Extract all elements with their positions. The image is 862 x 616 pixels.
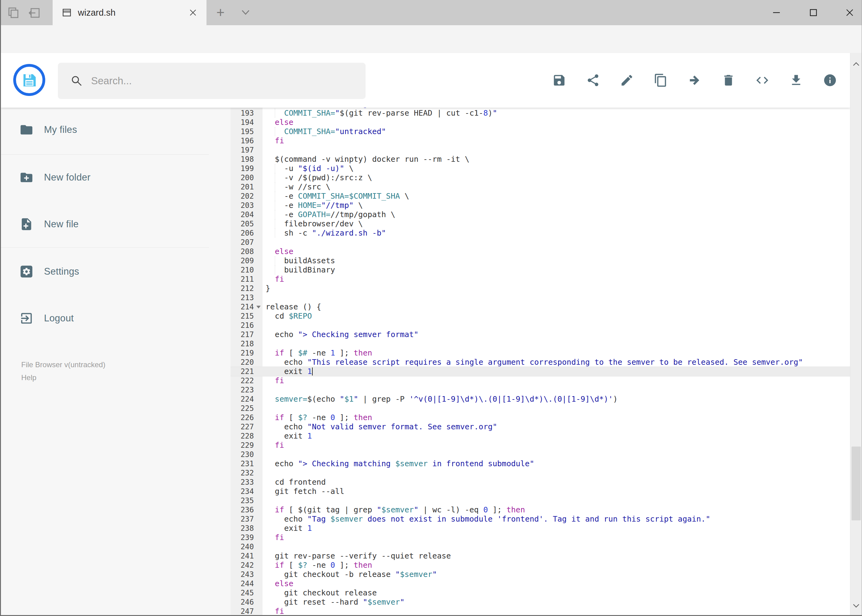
search-bar[interactable] (58, 63, 366, 99)
code-line-217[interactable]: 217 echo "> Checking semver format" (230, 330, 850, 339)
code-line-246[interactable]: 246 git reset --hard "$semver" (230, 597, 850, 607)
code-line-225[interactable]: 225 (230, 404, 850, 413)
code-line-244[interactable]: 244 else (230, 579, 850, 588)
sidebar-item-logout[interactable]: Logout (19, 310, 74, 326)
code-line-221[interactable]: 221 exit 1 (230, 367, 850, 376)
code-line-220[interactable]: 220 echo "This release script requires a… (230, 358, 850, 367)
sidebar-item-label: My files (44, 124, 77, 135)
code-line-247[interactable]: 247 fi (230, 607, 850, 615)
new-tab-button[interactable]: + (216, 4, 225, 20)
code-line-241[interactable]: 241 git rev-parse --verify --quiet relea… (230, 552, 850, 561)
code-view-button[interactable] (755, 73, 769, 87)
code-line-200[interactable]: 200 -v /$(pwd):/src:z \ (230, 173, 850, 182)
code-line-227[interactable]: 227 echo "Not valid semver format. See s… (230, 422, 850, 432)
move-button[interactable] (687, 73, 702, 87)
line-number: 219 (230, 349, 254, 358)
browser-tab[interactable]: wizard.sh (53, 0, 206, 25)
fold-arrow-icon[interactable] (256, 306, 261, 308)
tab-close-icon[interactable] (188, 7, 199, 18)
search-input[interactable] (90, 75, 338, 87)
code-line-197[interactable]: 197 (230, 146, 850, 155)
line-number: 240 (230, 542, 254, 552)
code-line-208[interactable]: 208 else (230, 247, 850, 256)
code-line-205[interactable]: 205 filebrowser/dev \ (230, 219, 850, 228)
code-text: -e COMMIT_SHA=$COMMIT_SHA \ (266, 192, 409, 201)
sidebar-item-new-folder[interactable]: New folder (19, 170, 90, 185)
copy-button[interactable] (654, 73, 668, 87)
code-line-238[interactable]: 238 exit 1 (230, 524, 850, 533)
code-line-198[interactable]: 198 $(command -v winpty) docker run --rm… (230, 155, 850, 164)
code-line-214[interactable]: 214release () { (230, 302, 850, 311)
scrollbar-thumb[interactable] (851, 446, 861, 520)
code-line-237[interactable]: 237 echo "Tag $semver does not exist in … (230, 514, 850, 524)
scroll-down-icon[interactable] (852, 602, 860, 610)
sidebar-divider (1, 247, 209, 248)
window-close-button[interactable] (843, 6, 857, 20)
code-line-211[interactable]: 211 fi (230, 275, 850, 284)
code-line-229[interactable]: 229 fi (230, 441, 850, 450)
code-line-234[interactable]: 234 git fetch --all (230, 487, 850, 496)
rename-button[interactable] (620, 73, 634, 87)
code-line-202[interactable]: 202 -e COMMIT_SHA=$COMMIT_SHA \ (230, 192, 850, 201)
line-number: 229 (230, 441, 254, 450)
code-line-206[interactable]: 206 sh -c "./wizard.sh -b" (230, 228, 850, 238)
code-line-216[interactable]: 216 (230, 321, 850, 330)
code-text: if [ $# -ne 1 ]; then (266, 349, 372, 358)
sidebar-item-my-files[interactable]: My files (19, 122, 77, 138)
page-scrollbar[interactable] (850, 53, 862, 615)
code-line-245[interactable]: 245 git checkout release (230, 588, 850, 597)
line-number: 238 (230, 524, 254, 533)
code-line-210[interactable]: 210 buildBinary (230, 266, 850, 275)
share-file-button[interactable] (586, 73, 600, 87)
window-minimize-button[interactable] (769, 6, 783, 20)
code-line-235[interactable]: 235 (230, 496, 850, 505)
sidebar-item-settings[interactable]: Settings (19, 264, 79, 280)
code-line-236[interactable]: 236 if [ $(git tag | grep "$semver" | wc… (230, 505, 850, 514)
code-line-194[interactable]: 194 else (230, 118, 850, 127)
code-line-201[interactable]: 201 -w //src \ (230, 182, 850, 192)
download-button[interactable] (789, 73, 803, 87)
code-line-213[interactable]: 213 (230, 293, 850, 302)
tab-list-chevron-icon[interactable] (240, 9, 251, 17)
code-line-196[interactable]: 196 fi (230, 136, 850, 146)
code-line-242[interactable]: 242 if [ $? -ne 0 ]; then (230, 561, 850, 570)
help-link[interactable]: Help (21, 373, 36, 382)
code-line-215[interactable]: 215 cd $REPO (230, 311, 850, 321)
code-line-223[interactable]: 223 (230, 385, 850, 394)
code-line-231[interactable]: 231 echo "> Checking matching $semver in… (230, 459, 850, 468)
code-line-228[interactable]: 228 exit 1 (230, 432, 850, 441)
save-button[interactable] (552, 73, 566, 87)
code-line-209[interactable]: 209 buildAssets (230, 256, 850, 266)
filebrowser-logo[interactable] (13, 64, 45, 96)
code-line-230[interactable]: 230 (230, 450, 850, 459)
code-line-232[interactable]: 232 (230, 468, 850, 478)
code-line-243[interactable]: 243 git checkout -b release "$semver" (230, 570, 850, 579)
code-line-239[interactable]: 239 fi (230, 533, 850, 542)
line-number: 218 (230, 339, 254, 349)
code-line-224[interactable]: 224 semver=$(echo "$1" | grep -P '^v(0|[… (230, 394, 850, 404)
line-number: 227 (230, 422, 254, 432)
code-line-203[interactable]: 203 -e HOME="//tmp" \ (230, 201, 850, 210)
code-editor[interactable]: 192 if [ "$(command -v git)" != "" ]; th… (230, 108, 850, 615)
code-line-218[interactable]: 218 (230, 339, 850, 349)
code-line-193[interactable]: 193 COMMIT_SHA="$(git rev-parse HEAD | c… (230, 108, 850, 118)
code-line-212[interactable]: 212} (230, 284, 850, 293)
line-number: 195 (230, 127, 254, 136)
line-number: 212 (230, 284, 254, 293)
code-line-207[interactable]: 207 (230, 238, 850, 247)
tab-preview-icon[interactable] (6, 6, 20, 20)
code-line-233[interactable]: 233 cd frontend (230, 478, 850, 487)
code-line-226[interactable]: 226 if [ $? -ne 0 ]; then (230, 413, 850, 422)
sidebar-item-new-file[interactable]: New file (19, 216, 79, 232)
code-line-219[interactable]: 219 if [ $# -ne 1 ]; then (230, 349, 850, 358)
window-maximize-button[interactable] (806, 6, 821, 20)
code-line-199[interactable]: 199 -u "$(id -u)" \ (230, 164, 850, 173)
code-line-195[interactable]: 195 COMMIT_SHA="untracked" (230, 127, 850, 136)
delete-button[interactable] (721, 73, 736, 87)
code-line-240[interactable]: 240 (230, 542, 850, 552)
code-line-222[interactable]: 222 fi (230, 376, 850, 385)
code-line-204[interactable]: 204 -e GOPATH=//tmp/gopath \ (230, 210, 850, 219)
set-tabs-aside-icon[interactable] (27, 6, 41, 20)
scroll-up-icon[interactable] (852, 60, 860, 68)
info-button[interactable] (823, 73, 837, 87)
